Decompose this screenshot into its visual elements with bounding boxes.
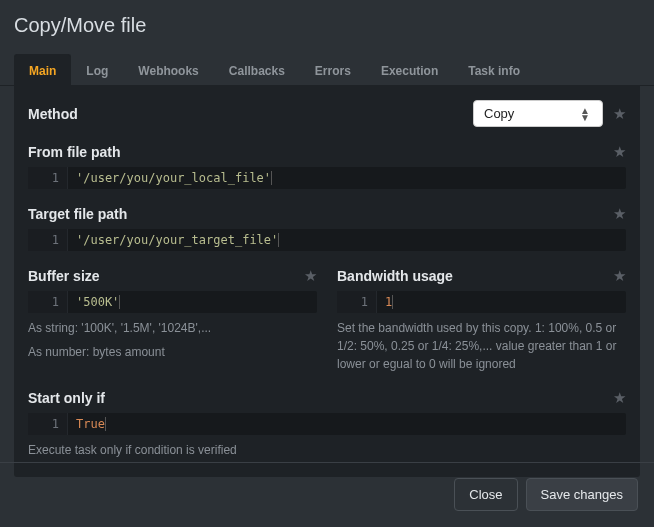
star-icon[interactable]: ★ [613, 105, 626, 123]
line-number: 1 [28, 413, 68, 435]
close-button[interactable]: Close [454, 478, 517, 511]
tabs: Main Log Webhooks Callbacks Errors Execu… [0, 53, 654, 86]
field-from-path: From file path ★ 1 '/user/you/your_local… [28, 143, 626, 189]
tab-callbacks[interactable]: Callbacks [214, 54, 300, 86]
line-number: 1 [28, 167, 68, 189]
help-bandwidth: Set the bandwidth used by this copy. 1: … [337, 319, 626, 373]
tab-execution[interactable]: Execution [366, 54, 453, 86]
label-target-path: Target file path [28, 206, 127, 222]
star-icon[interactable]: ★ [304, 267, 317, 285]
help-buffer-2: As number: bytes amount [28, 343, 317, 361]
star-icon[interactable]: ★ [613, 267, 626, 285]
main-panel: Method Copy ▲▼ ★ From file path ★ 1 '/us… [14, 86, 640, 477]
input-bandwidth[interactable]: 1 1 [337, 291, 626, 313]
code-value: 1 [377, 295, 393, 309]
field-start-if: Start only if ★ 1 True Execute task only… [28, 389, 626, 459]
field-target-path: Target file path ★ 1 '/user/you/your_tar… [28, 205, 626, 251]
tab-errors[interactable]: Errors [300, 54, 366, 86]
select-method[interactable]: Copy [473, 100, 603, 127]
line-number: 1 [28, 229, 68, 251]
field-buffer-size: Buffer size ★ 1 '500K' As string: '100K'… [28, 267, 317, 373]
code-value: '500K' [68, 295, 120, 309]
save-button[interactable]: Save changes [526, 478, 638, 511]
field-bandwidth: Bandwidth usage ★ 1 1 Set the bandwidth … [337, 267, 626, 373]
star-icon[interactable]: ★ [613, 143, 626, 161]
tab-taskinfo[interactable]: Task info [453, 54, 535, 86]
help-buffer-1: As string: '100K', '1.5M', '1024B',... [28, 319, 317, 337]
input-buffer-size[interactable]: 1 '500K' [28, 291, 317, 313]
tab-main[interactable]: Main [14, 54, 71, 86]
field-method: Method Copy ▲▼ ★ [28, 100, 626, 127]
star-icon[interactable]: ★ [613, 389, 626, 407]
star-icon[interactable]: ★ [613, 205, 626, 223]
line-number: 1 [28, 291, 68, 313]
label-buffer-size: Buffer size [28, 268, 100, 284]
label-start-if: Start only if [28, 390, 105, 406]
tab-log[interactable]: Log [71, 54, 123, 86]
code-value: True [68, 417, 106, 431]
label-bandwidth: Bandwidth usage [337, 268, 453, 284]
footer: Close Save changes [438, 462, 654, 527]
page-title: Copy/Move file [0, 0, 654, 45]
label-method: Method [28, 106, 78, 122]
tab-webhooks[interactable]: Webhooks [123, 54, 213, 86]
code-value: '/user/you/your_target_file' [68, 233, 279, 247]
input-start-if[interactable]: 1 True [28, 413, 626, 435]
help-start-if: Execute task only if condition is verifi… [28, 441, 626, 459]
line-number: 1 [337, 291, 377, 313]
code-value: '/user/you/your_local_file' [68, 171, 272, 185]
input-target-path[interactable]: 1 '/user/you/your_target_file' [28, 229, 626, 251]
label-from-path: From file path [28, 144, 121, 160]
input-from-path[interactable]: 1 '/user/you/your_local_file' [28, 167, 626, 189]
